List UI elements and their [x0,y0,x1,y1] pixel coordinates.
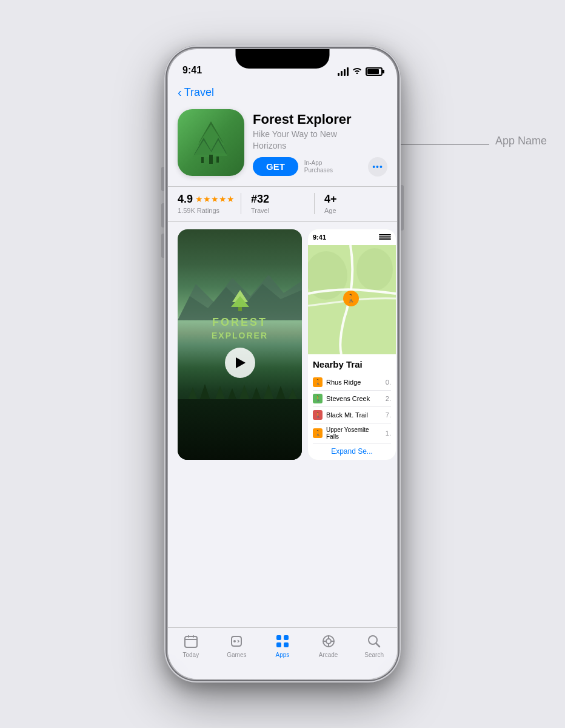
tab-search[interactable]: Search [351,633,397,658]
back-chevron-icon: ‹ [178,86,182,99]
age-stat: 4+ Age [314,193,387,214]
app-title: Forest Explorer [253,112,387,127]
phone-screen: 9:41 [168,49,397,679]
svg-rect-7 [201,157,204,163]
svg-point-42 [326,639,331,644]
app-name-annotation: App Name [495,135,547,147]
back-navigation[interactable]: ‹ Travel [168,79,397,104]
svg-rect-32 [185,636,197,647]
trail-name: Black Mt. Trail [326,411,382,419]
battery-icon [366,67,383,76]
trail-name: Upper Yosemite Falls [326,426,382,440]
tab-games-label: Games [227,652,246,658]
games-icon [228,633,245,650]
play-triangle-icon [236,357,246,368]
svg-rect-33 [188,635,189,638]
map-menu-icon [379,234,391,240]
rank-value: #32 [251,193,314,206]
tab-bar: Today Games [168,627,397,679]
app-info: Forest Explorer Hike Your Way to New Hor… [253,109,387,177]
trail-marker-icon: 🚶 [313,377,323,387]
trail-item-3[interactable]: 🚶 Black Mt. Trail 7. [313,407,391,423]
tab-arcade[interactable]: Arcade [306,633,352,658]
signal-icon [338,67,349,76]
scene: App Name 9:41 [0,0,565,728]
status-icons [338,67,383,76]
trails-list: Nearby Trai 🚶 Rhus Ridge 0. 🚶 Stevens Cr… [308,354,396,460]
rank-stat: #32 Travel [241,193,314,214]
trail-item-2[interactable]: 🚶 Stevens Creek 2. [313,391,391,407]
status-time: 9:41 [182,65,202,76]
in-app-label: In-App Purchases [304,160,333,174]
age-value: 4+ [324,193,387,206]
app-icon-tree [187,118,235,167]
trail-marker-icon: 🚶 [313,428,323,438]
screenshot-video[interactable]: FOREST EXPLORER [178,229,302,460]
svg-rect-6 [209,155,213,164]
svg-rect-35 [185,639,197,640]
svg-rect-37 [276,635,281,640]
today-icon [182,633,199,650]
screenshots-area: FOREST EXPLORER [168,222,397,467]
svg-rect-34 [193,635,194,638]
tab-apps-label: Apps [276,652,290,658]
stats-row: 4.9 ★★★★★ 1.59K Ratings #32 Travel 4+ [168,186,397,222]
trail-item-4[interactable]: 🚶 Upper Yosemite Falls 1. [313,423,391,443]
svg-point-36 [233,640,236,642]
screenshots-scroll[interactable]: FOREST EXPLORER [168,229,397,460]
trail-marker-icon: 🚶 [313,394,323,403]
nearby-title: Nearby Trai [313,359,391,369]
wifi-icon [352,67,362,76]
svg-rect-23 [379,234,391,235]
app-icon[interactable] [178,109,244,176]
svg-rect-40 [284,642,289,647]
play-button[interactable] [225,348,255,378]
back-label: Travel [184,86,214,99]
map-view[interactable]: 🚶 [308,245,396,354]
trail-item-1[interactable]: 🚶 Rhus Ridge 0. [313,374,391,391]
app-header: Forest Explorer Hike Your Way to New Hor… [168,104,397,186]
map-hiker-marker: 🚶 [343,291,359,306]
trail-name: Rhus Ridge [326,379,382,386]
title-tree-icon [231,290,249,311]
trail-name: Stevens Creek [326,395,382,402]
tab-today-label: Today [182,652,199,658]
svg-line-48 [376,644,380,647]
svg-rect-39 [276,642,281,647]
notch [236,49,330,69]
video-title-line1: FOREST [178,316,302,329]
more-button[interactable]: ••• [368,157,387,177]
tab-apps[interactable]: Apps [259,633,306,658]
rating-value: 4.9 ★★★★★ [178,193,241,206]
tab-games[interactable]: Games [214,633,260,658]
arcade-icon [320,633,337,650]
app-actions: GET In-App Purchases ••• [253,157,387,177]
screenshot-map[interactable]: 9:41 [308,229,396,460]
apps-icon [274,633,291,650]
phone-device: 9:41 [164,46,401,682]
app-subtitle: Hike Your Way to New Horizons [253,129,387,150]
trail-marker-icon: 🚶 [313,410,323,420]
video-title-line2: EXPLORER [178,331,302,340]
map-status-bar: 9:41 [308,229,396,245]
svg-point-28 [356,248,393,291]
screen-content: ‹ Travel [168,79,397,679]
search-icon [366,633,383,650]
svg-rect-24 [379,236,391,237]
rating-stat: 4.9 ★★★★★ 1.59K Ratings [178,193,241,214]
svg-rect-22 [238,307,242,311]
get-button[interactable]: GET [253,157,298,176]
tab-search-label: Search [364,652,384,658]
tab-today[interactable]: Today [168,633,214,658]
expand-button[interactable]: Expand Se... [313,443,391,459]
svg-rect-25 [379,238,391,240]
tab-arcade-label: Arcade [319,652,338,658]
svg-rect-38 [284,635,289,640]
svg-rect-8 [216,157,219,163]
